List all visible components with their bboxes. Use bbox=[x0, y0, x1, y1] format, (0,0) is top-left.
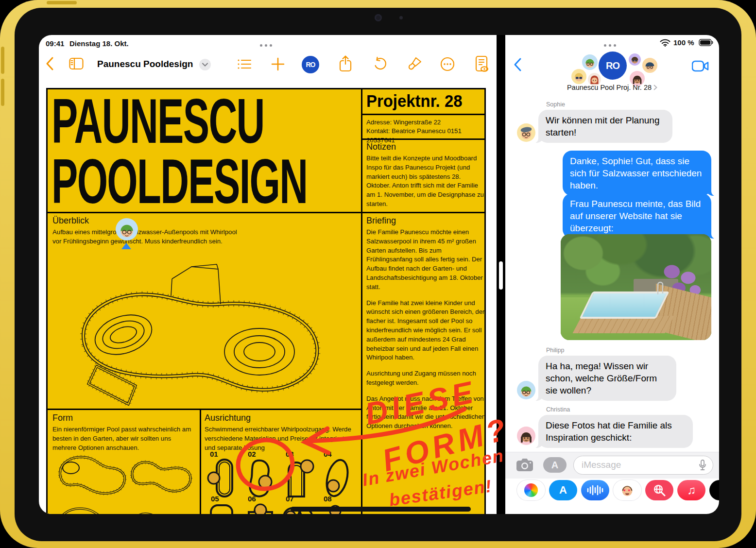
orientation-heading: Ausrichtung bbox=[205, 413, 351, 423]
board-divider bbox=[361, 89, 362, 514]
memoji-heart-eyes-icon: ♥♥ bbox=[619, 482, 635, 498]
pool-inspiration-photo[interactable] bbox=[561, 234, 711, 340]
music-recognition-app-icon[interactable] bbox=[581, 480, 609, 500]
chevron-left-icon bbox=[45, 56, 55, 71]
dictation-icon[interactable] bbox=[699, 460, 706, 471]
chevron-down-icon bbox=[202, 63, 208, 67]
option-label: 07 bbox=[286, 495, 294, 503]
add-item-button[interactable] bbox=[271, 57, 285, 73]
share-icon bbox=[339, 55, 352, 72]
group-member-avatar[interactable] bbox=[642, 58, 657, 73]
more-button[interactable] bbox=[440, 57, 455, 73]
memoji-beret-glasses bbox=[517, 123, 535, 142]
freeform-app-window: 09:41 Dienstag 18. Okt. Paunescu Pooldes… bbox=[39, 35, 497, 514]
collaborator-cursor-caret bbox=[121, 243, 131, 249]
volume-button[interactable] bbox=[1, 79, 4, 106]
orientation-section: Ausrichtung Schwimmend erreichbarer Whir… bbox=[205, 413, 351, 452]
camera-icon bbox=[516, 458, 533, 472]
photos-app-icon[interactable] bbox=[517, 480, 545, 500]
orientation-body: Schwimmend erreichbarer Whirlpoolzugang.… bbox=[205, 425, 351, 452]
sender-avatar[interactable] bbox=[517, 123, 535, 142]
conversation-title: Paunescu Pool Proj. Nr. 28 bbox=[567, 84, 652, 91]
pool-design-board[interactable]: PAUNESCU POOLDESIGN Projektnr. 28 Adress… bbox=[46, 88, 486, 514]
ipad-body: 09:41 Dienstag 18. Okt. Paunescu Pooldes… bbox=[0, 0, 756, 548]
option-label: 02 bbox=[248, 450, 256, 458]
paintbrush-icon bbox=[407, 56, 422, 72]
collaborator-cursor-avatar bbox=[116, 218, 138, 240]
briefing-paragraph: Die Familie hat zwei kleine Kinder und w… bbox=[366, 299, 486, 363]
appstore-drawer-button[interactable]: A bbox=[543, 457, 567, 473]
document-title-menu-button[interactable] bbox=[199, 59, 211, 70]
group-member-avatar[interactable] bbox=[629, 53, 641, 66]
received-message[interactable]: Wir können mit der Planung starten! bbox=[538, 110, 672, 143]
briefing-paragraph: Die Familie Paunescu möchte einen Salzwa… bbox=[366, 228, 486, 292]
camera-sensor-dot bbox=[399, 16, 403, 19]
form-body: Ein nierenförmiger Pool passt wahrschein… bbox=[52, 425, 196, 452]
collaboration-button[interactable]: RO bbox=[302, 56, 319, 73]
pool-wireframe-sketch bbox=[51, 250, 359, 408]
photos-flower-icon bbox=[524, 483, 538, 497]
appstore-app-icon[interactable]: A bbox=[549, 480, 577, 500]
memoji-green-cap bbox=[517, 381, 535, 399]
orientation-option-shapes-row1 bbox=[206, 458, 358, 499]
group-member-avatar[interactable] bbox=[571, 69, 586, 84]
volume-button[interactable] bbox=[1, 47, 4, 74]
multitasking-indicator-icon[interactable] bbox=[602, 41, 617, 50]
battery-percentage: 100 % bbox=[673, 38, 694, 47]
document-eye-icon bbox=[474, 55, 489, 73]
back-button[interactable] bbox=[513, 57, 523, 74]
board-headline: PAUNESCU POOLDESIGN bbox=[52, 91, 307, 212]
list-view-button[interactable] bbox=[237, 58, 252, 72]
memoji-stickers-app-icon[interactable]: ♥♥ bbox=[613, 480, 641, 500]
project-address: Adresse: Wingerstraße 22 bbox=[366, 118, 485, 127]
photo-pool-ladder bbox=[656, 281, 667, 294]
sent-message[interactable]: Frau Paunescu meinte, das Bild auf unser… bbox=[563, 193, 711, 239]
memoji-green-cap bbox=[116, 218, 138, 240]
apple-music-app-icon[interactable]: ♫ bbox=[677, 480, 705, 500]
chevron-right-icon bbox=[653, 85, 657, 90]
battery-icon bbox=[699, 39, 713, 46]
split-view-divider-handle[interactable] bbox=[499, 261, 503, 290]
facetime-button[interactable] bbox=[692, 60, 709, 74]
memoji-green-cap bbox=[582, 54, 598, 70]
group-member-avatar[interactable] bbox=[582, 54, 598, 70]
sender-avatar[interactable] bbox=[517, 381, 535, 399]
hash-images-app-icon[interactable] bbox=[645, 480, 673, 500]
camera-button[interactable] bbox=[516, 458, 533, 474]
video-camera-icon bbox=[692, 60, 709, 72]
share-button[interactable] bbox=[339, 55, 352, 74]
reader-view-button[interactable] bbox=[474, 55, 489, 75]
chevron-left-icon bbox=[513, 57, 523, 72]
received-message[interactable]: Ha ha, mega! Wissen wir schon, welche Gr… bbox=[538, 356, 676, 401]
digital-touch-app-icon[interactable]: ♥ bbox=[709, 480, 719, 500]
memoji-blond-sunglasses bbox=[571, 69, 586, 84]
headline-line1: PAUNESCU bbox=[52, 91, 307, 152]
board-divider bbox=[361, 114, 484, 115]
top-button[interactable] bbox=[47, 1, 77, 4]
undo-button[interactable] bbox=[373, 57, 388, 73]
briefing-heading: Briefing bbox=[366, 216, 486, 226]
conversation-title-button[interactable]: Paunescu Pool Proj. Nr. 28 bbox=[505, 84, 719, 91]
notes-section: Notizen Bitte teilt die Konzepte und Moo… bbox=[366, 142, 484, 209]
photo-pool bbox=[579, 291, 669, 319]
overview-heading: Überblick bbox=[52, 216, 237, 226]
document-title[interactable]: Paunescu Pooldesign bbox=[97, 59, 193, 69]
sent-message[interactable]: Danke, Sophie! Gut, dass sie sich für Sa… bbox=[563, 151, 711, 196]
svg-text:♥: ♥ bbox=[623, 488, 626, 493]
notes-heading: Notizen bbox=[366, 142, 484, 152]
sidebar-toggle-button[interactable] bbox=[69, 57, 84, 72]
imessage-input[interactable]: iMessage bbox=[573, 456, 713, 475]
group-avatar-logo[interactable]: RO bbox=[599, 51, 627, 80]
memoji-sunglasses bbox=[629, 53, 641, 66]
imessage-placeholder: iMessage bbox=[582, 460, 621, 470]
overview-body: Aufbau eines mittelgroßen Salzwasser-Auß… bbox=[52, 228, 237, 246]
memoji-navy-cap bbox=[642, 58, 657, 73]
back-button[interactable] bbox=[45, 56, 55, 73]
multitasking-indicator-icon[interactable] bbox=[258, 41, 273, 50]
markup-button[interactable] bbox=[407, 56, 422, 74]
sender-avatar[interactable] bbox=[517, 427, 535, 445]
appstore-glyph-icon: A bbox=[551, 460, 558, 471]
received-message[interactable]: Diese Fotos hat die Familie als Inspirat… bbox=[538, 415, 693, 448]
option-label: 05 bbox=[211, 495, 219, 503]
image-search-icon bbox=[653, 483, 666, 497]
